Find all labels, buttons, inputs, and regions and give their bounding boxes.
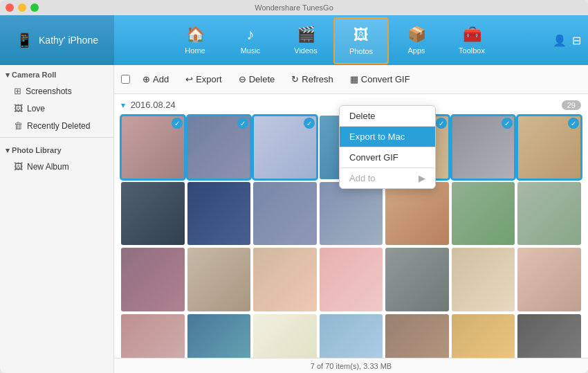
delete-button[interactable]: ⊖ Delete <box>232 71 282 87</box>
photo-cell[interactable] <box>452 248 515 311</box>
sidebar-item-new-album[interactable]: 🖼 New Album <box>0 158 113 175</box>
export-label: Export <box>196 74 222 84</box>
maximize-button[interactable] <box>30 3 39 12</box>
photo-row-4 <box>121 314 581 358</box>
camera-roll-header[interactable]: ▾ Camera Roll <box>0 65 113 82</box>
context-menu-convert-gif[interactable]: Convert GIF <box>340 147 435 167</box>
photo-cell[interactable]: ✓ <box>517 116 581 179</box>
context-add-label: Add to <box>349 173 376 183</box>
tab-toolbox[interactable]: 🧰 Toolbox <box>444 15 499 65</box>
trash-icon: 🗑 <box>14 120 23 131</box>
export-button[interactable]: ↩ Export <box>178 71 229 87</box>
context-delete-label: Delete <box>349 111 376 121</box>
sidebar-item-love[interactable]: 🖼 Love <box>0 100 113 117</box>
date-arrow-icon: ▾ <box>121 100 125 110</box>
window-icon[interactable]: ⊟ <box>572 34 581 47</box>
photo-cell[interactable] <box>187 248 251 311</box>
main-layout: ▾ Camera Roll ⊞ Screenshots 🖼 Love 🗑 Rec… <box>0 65 588 373</box>
photo-cell[interactable]: ✓ <box>121 116 185 179</box>
tab-apps[interactable]: 📦 Apps <box>389 15 444 65</box>
photo-cell[interactable]: ✓ <box>187 116 251 179</box>
tab-home-label: Home <box>185 46 205 55</box>
context-menu: Delete Export to Mac Convert GIF Add to … <box>339 105 436 189</box>
music-icon: ♪ <box>247 26 255 44</box>
photo-cell[interactable] <box>385 182 449 246</box>
photo-cell[interactable] <box>385 314 449 358</box>
photo-cell[interactable] <box>187 314 251 358</box>
photo-cell[interactable] <box>320 248 383 311</box>
tab-photos-label: Photos <box>349 47 373 55</box>
user-icon[interactable]: 👤 <box>553 34 567 47</box>
add-button[interactable]: ⊕ Add <box>136 71 176 87</box>
photo-library-header[interactable]: ▾ Photo Library <box>0 140 113 158</box>
close-button[interactable] <box>6 3 14 12</box>
traffic-lights <box>6 3 39 12</box>
sidebar-item-screenshots[interactable]: ⊞ Screenshots <box>0 82 113 100</box>
photo-cell[interactable]: ✓ <box>452 116 515 179</box>
photo-cell[interactable] <box>253 182 317 246</box>
status-bar: 7 of 70 item(s), 3.33 MB <box>114 358 588 373</box>
sidebar-item-recently-deleted[interactable]: 🗑 Recently Deleted <box>0 117 113 134</box>
add-icon: ⊕ <box>143 74 150 84</box>
context-menu-add-to[interactable]: Add to ▶ <box>340 168 435 188</box>
photo-cell[interactable] <box>385 248 449 311</box>
photos-icon: 🖼 <box>353 26 369 44</box>
tab-videos[interactable]: 🎬 Videos <box>278 15 333 65</box>
screenshots-icon: ⊞ <box>14 86 21 96</box>
photo-cell[interactable] <box>320 182 383 246</box>
refresh-button[interactable]: ↻ Refresh <box>284 71 340 87</box>
photo-cell[interactable] <box>452 314 515 358</box>
photo-cell[interactable] <box>121 182 185 246</box>
photo-cell[interactable] <box>121 314 185 358</box>
photo-check: ✓ <box>304 118 315 129</box>
photo-cell[interactable] <box>253 314 317 358</box>
photo-cell[interactable] <box>320 314 383 358</box>
photo-row-3 <box>121 248 581 311</box>
delete-icon: ⊖ <box>239 74 246 84</box>
love-label: Love <box>27 104 45 113</box>
convert-gif-label: Convert GIF <box>361 74 410 84</box>
refresh-label: Refresh <box>302 74 333 84</box>
context-export-label: Export to Mac <box>349 131 405 142</box>
tab-home[interactable]: 🏠 Home <box>167 15 223 65</box>
title-bar: Wondershare TunesGo <box>0 0 588 15</box>
device-info: 📱 Kathy' iPhone <box>0 15 114 65</box>
photo-cell[interactable] <box>517 248 581 311</box>
header-right: 👤 ⊟ <box>553 34 588 47</box>
photo-cell[interactable] <box>452 182 515 246</box>
photo-check: ✓ <box>568 118 579 129</box>
toolbox-icon: 🧰 <box>463 26 481 44</box>
gif-icon: ▦ <box>350 74 358 84</box>
tab-photos[interactable]: 🖼 Photos <box>333 17 389 64</box>
sidebar-divider <box>0 137 113 138</box>
context-menu-delete[interactable]: Delete <box>340 106 435 126</box>
status-text: 7 of 70 item(s), 3.33 MB <box>311 362 392 370</box>
home-icon: 🏠 <box>186 26 205 44</box>
context-menu-export-to-mac[interactable]: Export to Mac <box>340 127 435 147</box>
photo-row-2 <box>121 182 581 246</box>
nav-tabs: 🏠 Home ♪ Music 🎬 Videos 🖼 Photos 📦 Apps … <box>114 15 553 65</box>
album-icon: 🖼 <box>14 161 23 172</box>
photo-cell[interactable] <box>517 182 581 246</box>
select-all-checkbox[interactable] <box>121 75 130 84</box>
convert-gif-button[interactable]: ▦ Convert GIF <box>343 71 417 87</box>
love-icon: 🖼 <box>14 103 23 113</box>
photo-cell[interactable] <box>517 314 581 358</box>
screenshots-label: Screenshots <box>26 87 72 96</box>
window-title: Wondershare TunesGo <box>255 3 333 12</box>
refresh-icon: ↻ <box>291 74 299 84</box>
tab-apps-label: Apps <box>407 46 425 55</box>
minimize-button[interactable] <box>18 3 26 12</box>
photo-cell[interactable] <box>121 248 185 311</box>
photo-check: ✓ <box>172 118 183 129</box>
photo-cell[interactable] <box>187 182 251 246</box>
tab-music[interactable]: ♪ Music <box>223 15 278 65</box>
photo-cell[interactable]: ✓ <box>253 116 317 179</box>
photo-cell[interactable] <box>253 248 317 311</box>
recently-deleted-label: Recently Deleted <box>27 121 90 131</box>
context-gif-label: Convert GIF <box>349 152 398 163</box>
date-label: ▾ 2016.08.24 <box>121 100 176 110</box>
tab-videos-label: Videos <box>294 46 317 55</box>
tab-music-label: Music <box>241 46 261 55</box>
device-name: Kathy' iPhone <box>39 35 98 46</box>
